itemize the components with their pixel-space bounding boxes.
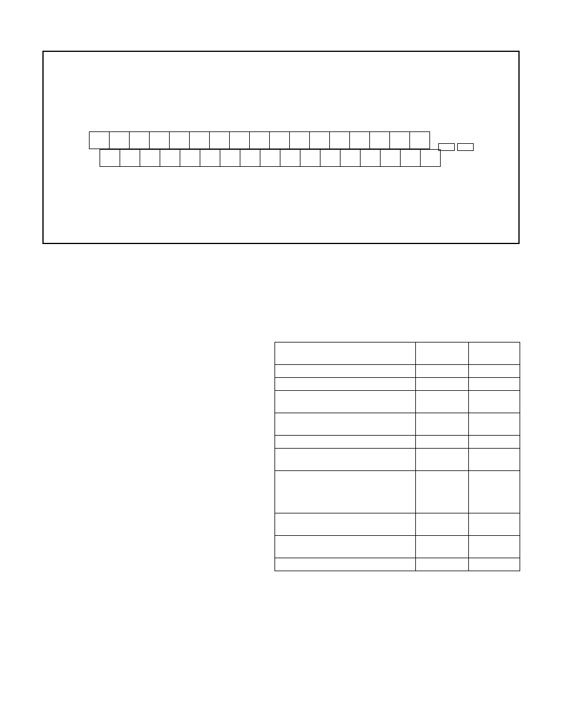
table-cell xyxy=(416,513,469,536)
grid-cell xyxy=(420,149,441,167)
grid-cell xyxy=(329,131,350,149)
grid-cell xyxy=(180,149,200,167)
table-cell xyxy=(416,536,469,558)
table-cell xyxy=(275,413,416,436)
grid-cell xyxy=(220,149,240,167)
table-cell xyxy=(416,342,469,365)
table-row xyxy=(275,449,520,471)
table-cell xyxy=(416,365,469,378)
grid-cell xyxy=(140,149,160,167)
grid-cell xyxy=(89,131,110,149)
small-box-group xyxy=(438,143,476,151)
grid-cell xyxy=(280,149,300,167)
data-table xyxy=(275,342,520,571)
table-cell xyxy=(275,391,416,413)
cell-row-1 xyxy=(90,131,430,149)
grid-cell xyxy=(300,149,320,167)
table-cell xyxy=(275,436,416,449)
table-cell xyxy=(275,558,416,571)
grid-cell xyxy=(409,131,430,149)
table-row xyxy=(275,436,520,449)
table-cell xyxy=(469,513,520,536)
grid-cell xyxy=(100,149,120,167)
table-cell xyxy=(275,471,416,513)
table-cell xyxy=(469,365,520,378)
table-cell xyxy=(416,391,469,413)
grid-cell xyxy=(120,149,140,167)
table-cell xyxy=(469,449,520,471)
grid-cell xyxy=(389,131,410,149)
grid-cell xyxy=(380,149,401,167)
table-cell xyxy=(416,449,469,471)
table-cell xyxy=(275,342,416,365)
table-cell xyxy=(275,378,416,391)
small-box xyxy=(457,143,474,151)
grid-cell xyxy=(320,149,340,167)
table-cell xyxy=(469,378,520,391)
grid-cell xyxy=(129,131,150,149)
grid-cell xyxy=(109,131,130,149)
grid-cell xyxy=(309,131,330,149)
grid-cell xyxy=(289,131,310,149)
diagram-frame xyxy=(42,51,520,244)
table-row xyxy=(275,471,520,513)
table-cell xyxy=(416,378,469,391)
cell-row-2 xyxy=(100,149,441,167)
table-row xyxy=(275,391,520,413)
grid-cell xyxy=(189,131,210,149)
table-row xyxy=(275,536,520,558)
grid-cell xyxy=(200,149,220,167)
table-cell xyxy=(275,449,416,471)
grid-cell xyxy=(240,149,260,167)
grid-cell xyxy=(160,149,180,167)
table-cell xyxy=(469,558,520,571)
grid-cell xyxy=(229,131,250,149)
grid-cell xyxy=(169,131,190,149)
table-cell xyxy=(416,436,469,449)
table-cell xyxy=(469,436,520,449)
table-cell xyxy=(275,536,416,558)
table-cell xyxy=(416,558,469,571)
table-row xyxy=(275,365,520,378)
table-row xyxy=(275,342,520,365)
grid-cell xyxy=(269,131,290,149)
grid-cell xyxy=(249,131,270,149)
table-row xyxy=(275,378,520,391)
table-cell xyxy=(416,471,469,513)
table-cell xyxy=(469,536,520,558)
table-cell xyxy=(275,513,416,536)
grid-cell xyxy=(340,149,361,167)
small-box xyxy=(438,143,455,151)
grid-cell xyxy=(149,131,170,149)
table-cell xyxy=(469,342,520,365)
table-row xyxy=(275,513,520,536)
table-row xyxy=(275,558,520,571)
grid-cell xyxy=(209,131,230,149)
table-row xyxy=(275,413,520,436)
grid-cell xyxy=(260,149,280,167)
table-cell xyxy=(469,471,520,513)
grid-cell xyxy=(349,131,370,149)
grid-cell xyxy=(369,131,390,149)
table-cell xyxy=(469,391,520,413)
grid-cell xyxy=(360,149,381,167)
table-cell xyxy=(469,413,520,436)
grid-cell xyxy=(400,149,421,167)
table-cell xyxy=(275,365,416,378)
table-cell xyxy=(416,413,469,436)
